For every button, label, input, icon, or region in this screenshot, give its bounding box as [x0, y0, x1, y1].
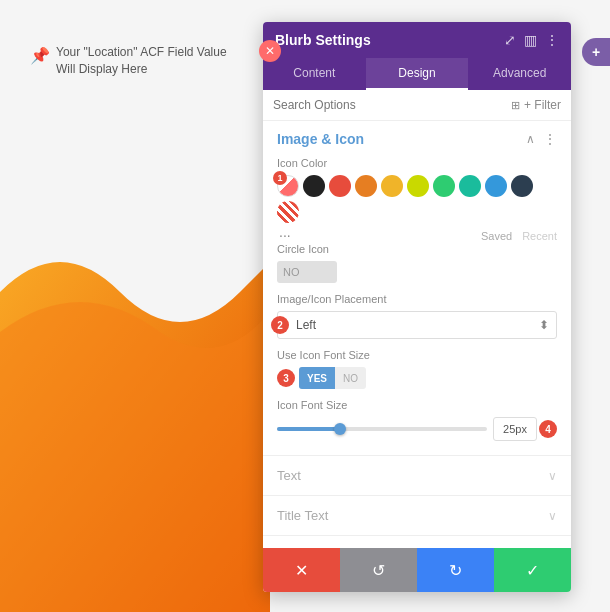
font-size-badge: 4: [539, 420, 557, 438]
color-swatch-teal[interactable]: [459, 175, 481, 197]
section-controls: ∧ ⋮: [526, 131, 557, 147]
search-input[interactable]: [273, 98, 511, 112]
panel-edge-close[interactable]: ✕: [259, 40, 281, 62]
blurb-settings-panel: Blurb Settings ⤢ ▥ ⋮ Content Design Adva…: [263, 22, 571, 592]
circle-icon-label: Circle Icon: [277, 243, 557, 255]
color-swatch-orange[interactable]: [355, 175, 377, 197]
filter-icon: ⊞: [511, 99, 520, 112]
saved-recent-row: Saved Recent: [455, 230, 557, 242]
filter-label: + Filter: [524, 98, 561, 112]
icon-color-label: Icon Color: [277, 157, 557, 169]
color-swatch-yellow-green[interactable]: [407, 175, 429, 197]
color-swatch-green[interactable]: [433, 175, 455, 197]
yes-option: YES: [299, 367, 335, 389]
tab-advanced[interactable]: Advanced: [468, 58, 571, 90]
panel-header-icons: ⤢ ▥ ⋮: [504, 32, 559, 48]
text-section-arrow: ∨: [548, 469, 557, 483]
icon-font-size-label: Icon Font Size: [277, 399, 557, 411]
font-size-input[interactable]: [493, 417, 537, 441]
color-swatch-red[interactable]: [329, 175, 351, 197]
section-more-icon[interactable]: ⋮: [543, 131, 557, 147]
redo-button[interactable]: ↻: [417, 548, 494, 592]
cancel-button[interactable]: ✕: [263, 548, 340, 592]
body-text-section[interactable]: Body Text ∨: [263, 536, 571, 548]
image-icon-section: Image & Icon ∧ ⋮ Icon Color 1: [263, 121, 571, 456]
title-text-section[interactable]: Title Text ∨: [263, 496, 571, 536]
placement-field: Image/Icon Placement 2 Left Right Top ⬍: [277, 293, 557, 339]
yes-no-toggle[interactable]: YES NO: [299, 367, 366, 389]
panel-content: Image & Icon ∧ ⋮ Icon Color 1: [263, 121, 571, 548]
panel-header: Blurb Settings ⤢ ▥ ⋮: [263, 22, 571, 58]
color-swatch-yellow-orange[interactable]: [381, 175, 403, 197]
use-icon-font-size-field: Use Icon Font Size 3 YES NO: [277, 349, 557, 389]
pin-icon: 📌: [30, 46, 50, 65]
color-swatch-transparent-wrap[interactable]: 1: [277, 175, 299, 197]
save-button[interactable]: ✓: [494, 548, 571, 592]
section-title: Image & Icon: [277, 131, 364, 147]
undo-button[interactable]: ↺: [340, 548, 417, 592]
use-icon-font-size-label: Use Icon Font Size: [277, 349, 557, 361]
text-section-title: Text: [277, 468, 301, 483]
circle-icon-toggle[interactable]: NO: [277, 261, 337, 283]
recent-label: Recent: [522, 230, 557, 242]
slider-row: 4: [277, 417, 557, 441]
expand-icon[interactable]: ⤢: [504, 32, 516, 48]
section-header: Image & Icon ∧ ⋮: [277, 131, 557, 147]
filter-button[interactable]: ⊞ + Filter: [511, 98, 561, 112]
background-note-text: Your "Location" ACF Field Value Will Dis…: [56, 44, 227, 78]
color-swatch-striped[interactable]: [277, 201, 299, 223]
panel-bottom-bar: ✕ ↺ ↻ ✓: [263, 548, 571, 592]
icon-font-size-field: Icon Font Size 4: [277, 399, 557, 441]
slider-value-wrap: 4: [493, 417, 557, 441]
title-text-section-title: Title Text: [277, 508, 328, 523]
panel-tabs: Content Design Advanced: [263, 58, 571, 90]
right-circle-button[interactable]: +: [582, 38, 610, 66]
color-swatch-black[interactable]: [303, 175, 325, 197]
circle-icon-field: Circle Icon NO: [277, 243, 557, 283]
icon-color-field: Icon Color 1: [277, 157, 557, 243]
panel-title: Blurb Settings: [275, 32, 371, 48]
color-swatches-row: 1: [277, 175, 557, 223]
icon-color-badge: 1: [273, 171, 287, 185]
title-text-section-arrow: ∨: [548, 509, 557, 523]
tab-content[interactable]: Content: [263, 58, 366, 90]
use-font-size-badge: 3: [277, 369, 295, 387]
tab-design[interactable]: Design: [366, 58, 469, 90]
more-icon[interactable]: ⋮: [545, 32, 559, 48]
color-swatch-dark-blue[interactable]: [511, 175, 533, 197]
background-wave: [0, 212, 270, 612]
text-section[interactable]: Text ∨: [263, 456, 571, 496]
slider-thumb[interactable]: [334, 423, 346, 435]
columns-icon[interactable]: ▥: [524, 32, 537, 48]
section-collapse-icon[interactable]: ∧: [526, 132, 535, 146]
saved-label: Saved: [481, 230, 512, 242]
search-bar: ⊞ + Filter: [263, 90, 571, 121]
no-option: NO: [335, 367, 366, 389]
placement-select[interactable]: Left Right Top: [277, 311, 557, 339]
color-more-button[interactable]: ···: [279, 227, 291, 243]
placement-label: Image/Icon Placement: [277, 293, 557, 305]
font-size-slider[interactable]: [277, 427, 487, 431]
placement-dropdown-wrap: 2 Left Right Top ⬍: [277, 311, 557, 339]
color-swatch-blue[interactable]: [485, 175, 507, 197]
yes-toggle-wrap: 3 YES NO: [277, 367, 557, 389]
background-note: 📌 Your "Location" ACF Field Value Will D…: [30, 44, 227, 78]
placement-badge: 2: [271, 316, 289, 334]
slider-fill: [277, 427, 340, 431]
